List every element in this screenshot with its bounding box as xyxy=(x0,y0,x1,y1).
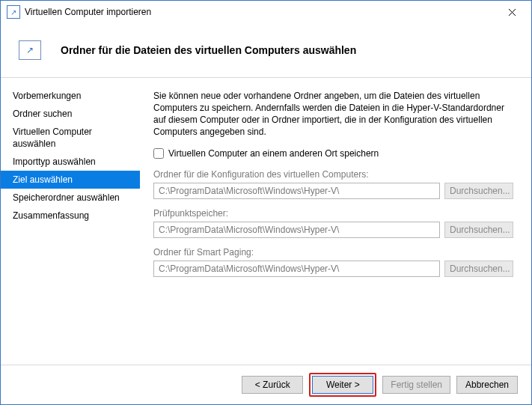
checkpoint-folder-row: Durchsuchen... xyxy=(153,222,513,238)
sidebar-item-zusammenfassung[interactable]: Zusammenfassung xyxy=(1,207,140,225)
wizard-content: Sie können neue oder vorhandene Ordner a… xyxy=(140,78,531,365)
store-elsewhere-label: Virtuellen Computer an einem anderen Ort… xyxy=(168,148,379,159)
config-folder-label: Ordner für die Konfiguration des virtuel… xyxy=(153,169,513,180)
smartpaging-folder-row: Durchsuchen... xyxy=(153,261,513,277)
app-icon: ↗ xyxy=(7,5,20,19)
wizard-body: Vorbemerkungen Ordner suchen Virtuellen … xyxy=(1,78,531,365)
close-button[interactable] xyxy=(497,1,527,22)
titlebar: ↗ Virtuellen Computer importieren xyxy=(1,1,531,23)
checkpoint-folder-input xyxy=(153,222,440,238)
page-title: Ordner für die Dateien des virtuellen Co… xyxy=(61,44,356,56)
sidebar-item-ordner-suchen[interactable]: Ordner suchen xyxy=(1,105,140,123)
sidebar-item-vm-auswaehlen[interactable]: Virtuellen Computer auswählen xyxy=(1,123,140,153)
smartpaging-folder-input xyxy=(153,261,440,277)
sidebar-item-importtyp[interactable]: Importtyp auswählen xyxy=(1,153,140,171)
checkpoint-folder-label: Prüfpunktspeicher: xyxy=(153,208,513,219)
import-icon: ↗ xyxy=(19,40,41,60)
checkpoint-folder-browse-button: Durchsuchen... xyxy=(444,222,513,238)
config-folder-row: Durchsuchen... xyxy=(153,183,513,199)
smartpaging-folder-label: Ordner für Smart Paging: xyxy=(153,247,513,258)
store-elsewhere-checkbox[interactable] xyxy=(153,148,164,159)
sidebar-item-speicherordner[interactable]: Speicherordner auswählen xyxy=(1,189,140,207)
intro-text: Sie können neue oder vorhandene Ordner a… xyxy=(153,90,513,138)
close-icon xyxy=(508,8,516,16)
config-folder-input xyxy=(153,183,440,199)
smartpaging-folder-browse-button: Durchsuchen... xyxy=(444,261,513,277)
window-title: Virtuellen Computer importieren xyxy=(25,7,497,17)
finish-button: Fertig stellen xyxy=(382,376,450,394)
wizard-window: ↗ Virtuellen Computer importieren ↗ Ordn… xyxy=(0,0,532,405)
back-button[interactable]: < Zurück xyxy=(242,376,303,394)
next-button[interactable]: Weiter > xyxy=(312,376,373,394)
sidebar-item-vorbemerkungen[interactable]: Vorbemerkungen xyxy=(1,87,140,105)
sidebar-item-ziel-auswaehlen[interactable]: Ziel auswählen xyxy=(1,171,140,189)
next-button-highlight: Weiter > xyxy=(309,373,376,397)
wizard-steps-sidebar: Vorbemerkungen Ordner suchen Virtuellen … xyxy=(1,78,140,365)
wizard-footer: < Zurück Weiter > Fertig stellen Abbrech… xyxy=(1,365,531,404)
config-folder-browse-button: Durchsuchen... xyxy=(444,183,513,199)
wizard-header: ↗ Ordner für die Dateien des virtuellen … xyxy=(1,23,531,78)
cancel-button[interactable]: Abbrechen xyxy=(456,376,518,394)
store-elsewhere-checkbox-row[interactable]: Virtuellen Computer an einem anderen Ort… xyxy=(153,148,513,159)
